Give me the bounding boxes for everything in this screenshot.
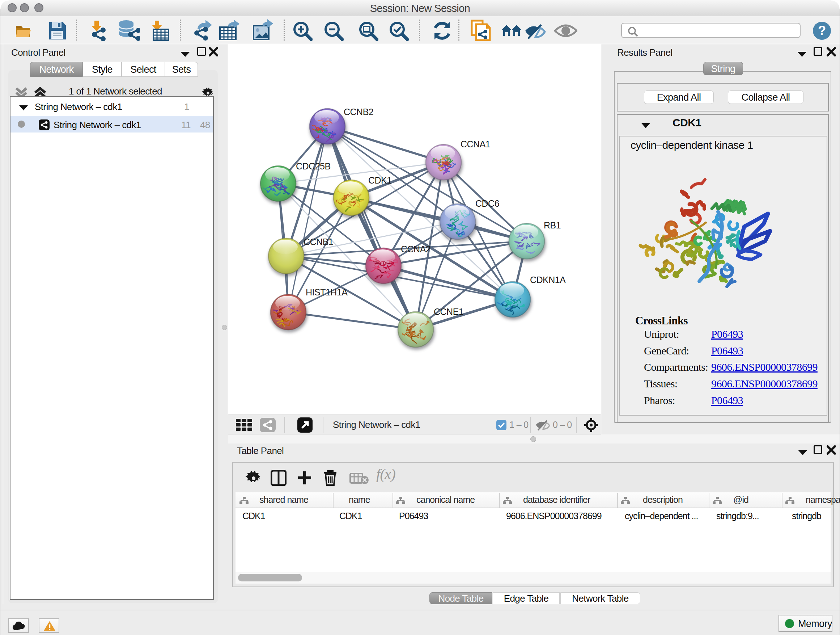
svg-text:HIST1H1A: HIST1H1A	[306, 287, 347, 297]
svg-text:?: ?	[818, 23, 826, 38]
svg-text:CDK1: CDK1	[368, 175, 392, 185]
svg-text:CCNE1: CCNE1	[434, 307, 463, 317]
svg-text:CDC6: CDC6	[475, 198, 499, 209]
svg-text:CDKN1A: CDKN1A	[530, 275, 566, 285]
svg-text:CCNA1: CCNA1	[461, 139, 490, 149]
svg-text:RB1: RB1	[544, 220, 561, 230]
svg-text:CDC25B: CDC25B	[296, 161, 331, 171]
svg-text:CCNA2: CCNA2	[401, 244, 431, 254]
svg-text:CCNB1: CCNB1	[303, 237, 333, 247]
svg-text:CCNB2: CCNB2	[344, 107, 373, 117]
